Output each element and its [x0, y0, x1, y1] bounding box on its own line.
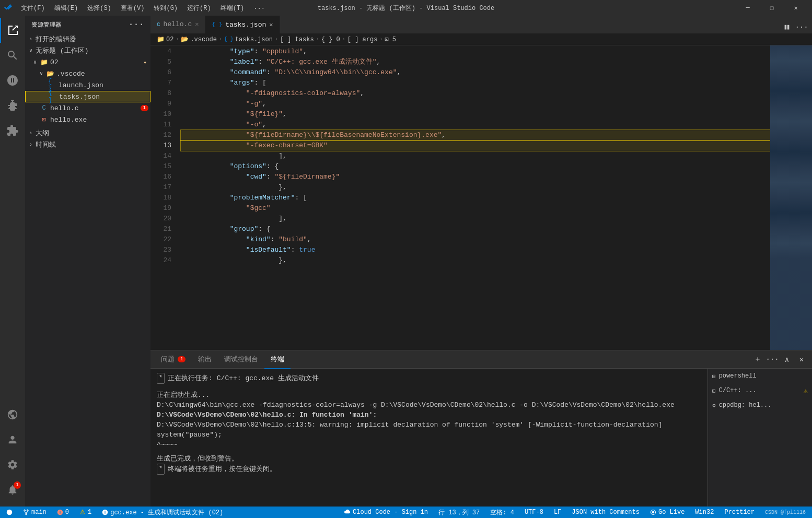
terminal-line: D:\VSCode\VsDemo\CDemo\02\hello.c:13:5: … — [157, 420, 701, 430]
minimap-content — [770, 45, 812, 350]
activity-notifications[interactable]: 1 — [0, 477, 25, 502]
code-line-15: "options": { — [181, 161, 770, 172]
status-eol[interactable]: LF — [552, 509, 563, 516]
sidebar-timeline[interactable]: › 时间线 — [25, 139, 150, 150]
menu-file[interactable]: 文件(F) — [17, 3, 49, 14]
breadcrumb-vscode[interactable]: 📂 .vscode — [181, 36, 216, 43]
panel-more-button[interactable]: ··· — [766, 353, 779, 366]
panel-tab-output[interactable]: 输出 — [192, 350, 218, 369]
breadcrumb-tasks-json[interactable]: { } tasks.json — [224, 36, 273, 43]
prettier-label: Prettier — [724, 509, 755, 516]
tab-hello-c[interactable]: C hello.c ✕ — [150, 16, 205, 33]
menu-more[interactable]: ... — [249, 3, 269, 14]
status-position[interactable]: 行 13，列 37 — [436, 508, 482, 517]
code-line-21: "group": { — [181, 224, 770, 234]
status-platform[interactable]: Win32 — [693, 509, 716, 516]
window-close-button[interactable]: ✕ — [784, 0, 808, 16]
activity-git[interactable] — [0, 68, 25, 93]
tab-tasks-json-close[interactable]: ✕ — [269, 21, 273, 29]
terminal-content[interactable]: * 正在执行任务: C/C++: gcc.exe 生成活动文件正在启动生成...… — [150, 369, 707, 507]
activity-search[interactable] — [0, 43, 25, 68]
tab-hello-c-close[interactable]: ✕ — [195, 20, 199, 28]
terminal-line — [157, 386, 701, 390]
status-remote[interactable] — [4, 509, 15, 515]
menu-run[interactable]: 运行(R) — [183, 3, 215, 14]
powershell-icon: ⊞ — [712, 373, 716, 380]
panel-maximize-button[interactable]: ∧ — [781, 353, 793, 366]
sidebar-outline[interactable]: › 大纲 — [25, 127, 150, 139]
panel-tab-problems[interactable]: 问题 1 — [155, 350, 192, 369]
line-numbers: 456789101112131415161718192021222324 — [150, 45, 177, 350]
activity-explorer[interactable] — [0, 18, 25, 43]
sidebar-hello-c-label: hello.c — [50, 104, 79, 112]
menu-select[interactable]: 选择(S) — [83, 3, 115, 14]
breadcrumb-sep-1: › — [176, 37, 179, 42]
breadcrumb-args[interactable]: [ ] args — [347, 36, 378, 43]
panel-tab-terminal[interactable]: 终端 — [264, 350, 291, 369]
panel-tab-debug[interactable]: 调试控制台 — [218, 350, 264, 369]
code-line-6: "command": "D:\\C\\mingw64\\bin\\gcc.exe… — [181, 67, 770, 78]
window-restore-button[interactable]: ❐ — [760, 0, 784, 16]
status-task[interactable]: gcc.exe - 生成和调试活动文件 (02) — [100, 508, 225, 517]
terminal-cppdbg[interactable]: ⚙ cppdbg: hel... — [708, 398, 812, 413]
new-terminal-button[interactable]: ＋ — [751, 353, 764, 366]
c-file-icon: C — [40, 104, 48, 112]
sidebar-timeline-label: 时间线 — [36, 140, 56, 149]
activity-settings[interactable] — [0, 452, 25, 477]
git-branch-name: main — [31, 509, 47, 516]
status-errors[interactable]: 0 — [55, 509, 71, 516]
breadcrumb-02[interactable]: 📁 02 — [157, 36, 173, 43]
chevron-down-icon: ∨ — [40, 70, 43, 77]
breadcrumb-tasks[interactable]: [ ] tasks — [280, 36, 314, 43]
split-editor-button[interactable] — [781, 21, 793, 33]
golive-label: Go Live — [658, 509, 685, 516]
status-language[interactable]: JSON with Comments — [570, 509, 642, 516]
breadcrumb-5[interactable]: ⊡ 5 — [385, 36, 396, 43]
status-encoding[interactable]: UTF-8 — [523, 509, 546, 516]
status-indent[interactable]: 空格: 4 — [488, 508, 516, 517]
cursor-position: 行 13，列 37 — [438, 508, 480, 517]
status-prettier[interactable]: Prettier — [722, 509, 757, 516]
window-title: tasks.json - 无标题 (工作区) - Visual Studio C… — [318, 4, 494, 13]
sidebar-item-hello-exe[interactable]: ⊡ hello.exe — [25, 114, 150, 125]
breadcrumb-0[interactable]: { } 0 — [321, 36, 340, 43]
status-golive[interactable]: Go Live — [648, 509, 687, 516]
panel-close-button[interactable]: ✕ — [795, 353, 808, 366]
window-minimize-button[interactable]: ─ — [736, 0, 760, 16]
tab-tasks-json[interactable]: { } tasks.json ✕ — [205, 16, 280, 33]
code-content[interactable]: "type": "cppbuild", "label": "C/C++: gcc… — [177, 45, 770, 350]
status-git-branch[interactable]: main — [21, 509, 49, 516]
menu-goto[interactable]: 转到(G) — [149, 3, 182, 14]
sidebar-item-launch-json[interactable]: { } launch.json — [25, 79, 150, 91]
warning-count: 1 — [88, 509, 91, 516]
status-cloud[interactable]: Cloud Code - Sign in — [342, 509, 430, 516]
editor-more-button[interactable]: ··· — [795, 21, 808, 33]
sidebar-outline-label: 大纲 — [36, 128, 49, 138]
menu-edit[interactable]: 编辑(E) — [50, 3, 83, 14]
code-line-7: "args": [ — [181, 78, 770, 88]
sidebar: 资源管理器 ··· › 打开的编辑器 ∨ 无标题 (工作区) ∨ 📁 02 ● … — [25, 16, 150, 507]
menu-terminal[interactable]: 终端(T) — [216, 3, 249, 14]
sidebar-item-tasks-json[interactable]: { } tasks.json — [25, 91, 150, 102]
sidebar-open-editors[interactable]: › 打开的编辑器 — [25, 33, 150, 45]
activity-debug[interactable] — [0, 93, 25, 118]
code-line-20: ], — [181, 214, 770, 224]
status-csdn: CSDN @fpl1116 — [763, 510, 808, 515]
status-left: main 0 1 gcc.exe - 生成和调试活动文件 (02) — [4, 508, 225, 517]
sidebar-more-icon[interactable]: ··· — [129, 20, 144, 29]
sidebar-item-hello-c[interactable]: C hello.c 1 — [25, 102, 150, 114]
activity-extensions[interactable] — [0, 118, 25, 143]
activity-account[interactable] — [0, 427, 25, 452]
modified-dot: ● — [144, 60, 146, 65]
menu-view[interactable]: 查看(V) — [117, 3, 149, 14]
sidebar-item-folder-vscode[interactable]: ∨ 📂 .vscode — [25, 68, 150, 79]
code-line-24: }, — [181, 255, 770, 266]
terminal-cpp[interactable]: ⊡ C/C++: ... ⚠ — [708, 383, 812, 398]
code-editor[interactable]: 456789101112131415161718192021222324 "ty… — [150, 45, 812, 350]
sidebar-item-folder-02[interactable]: ∨ 📁 02 ● — [25, 56, 150, 68]
activity-remote[interactable] — [0, 402, 25, 427]
status-warnings[interactable]: 1 — [77, 509, 94, 516]
sidebar-workspace[interactable]: ∨ 无标题 (工作区) — [25, 45, 150, 56]
terminal-powershell[interactable]: ⊞ powershell — [708, 369, 812, 383]
language-label: JSON with Comments — [572, 509, 640, 516]
